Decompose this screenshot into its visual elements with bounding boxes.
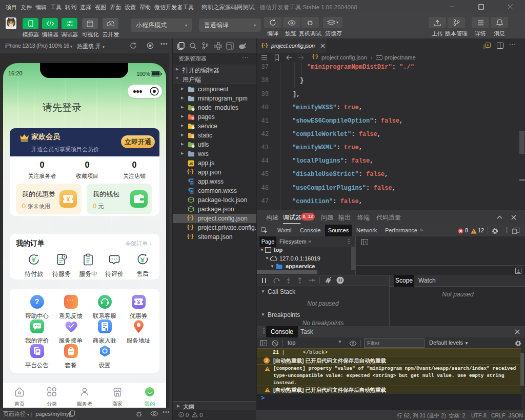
svg-text:JS: JS [189, 162, 193, 166]
